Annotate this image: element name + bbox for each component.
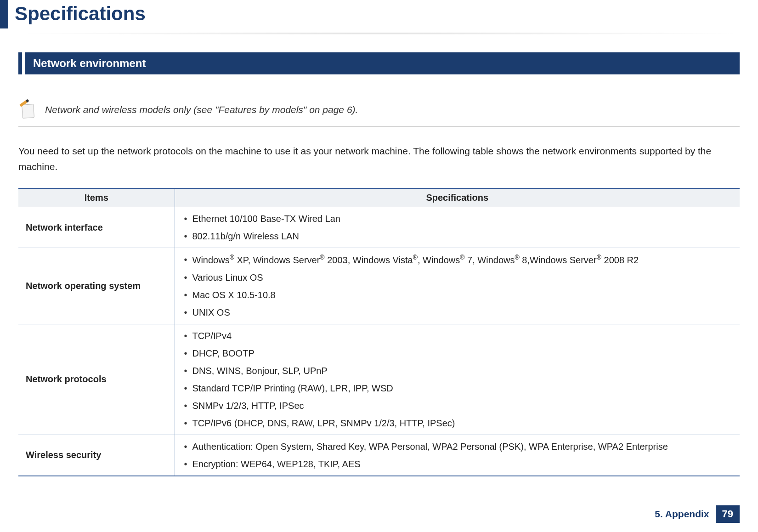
page-header: Specifications (0, 0, 758, 28)
section-header-accent (18, 52, 22, 74)
table-row: Network interfaceEthernet 10/100 Base-TX… (18, 207, 740, 248)
row-spec: Ethernet 10/100 Base-TX Wired Lan802.11b… (175, 207, 740, 248)
intro-paragraph: You need to set up the network protocols… (18, 143, 740, 174)
spec-item: Authentication: Open System, Shared Key,… (180, 438, 735, 455)
row-label: Wireless security (18, 435, 175, 476)
spec-item: TCP/IPv6 (DHCP, DNS, RAW, LPR, SNMPv 1/2… (180, 414, 735, 432)
note-icon (18, 101, 37, 119)
spec-table: Items Specifications Network interfaceEt… (18, 188, 740, 476)
spec-item: 802.11b/g/n Wireless LAN (180, 227, 735, 245)
row-label: Network interface (18, 207, 175, 248)
row-label: Network protocols (18, 324, 175, 435)
row-spec: TCP/IPv4DHCP, BOOTPDNS, WINS, Bonjour, S… (175, 324, 740, 435)
table-row: Network operating systemWindows® XP, Win… (18, 248, 740, 324)
row-label: Network operating system (18, 248, 175, 324)
table-row: Wireless securityAuthentication: Open Sy… (18, 435, 740, 476)
table-header-specs: Specifications (175, 188, 740, 207)
spec-item: TCP/IPv4 (180, 327, 735, 345)
section-title: Network environment (25, 52, 740, 74)
table-header-items: Items (18, 188, 175, 207)
spec-item: DNS, WINS, Bonjour, SLP, UPnP (180, 362, 735, 379)
spec-item: Ethernet 10/100 Base-TX Wired Lan (180, 210, 735, 227)
header-accent-bar (0, 0, 8, 28)
row-spec: Windows® XP, Windows Server® 2003, Windo… (175, 248, 740, 324)
spec-item: Various Linux OS (180, 269, 735, 286)
row-spec: Authentication: Open System, Shared Key,… (175, 435, 740, 476)
table-row: Network protocolsTCP/IPv4DHCP, BOOTPDNS,… (18, 324, 740, 435)
note-box: Network and wireless models only (see "F… (18, 93, 740, 127)
header-shadow (14, 32, 744, 35)
spec-item: SNMPv 1/2/3, HTTP, IPSec (180, 397, 735, 414)
spec-item: UNIX OS (180, 304, 735, 321)
note-text: Network and wireless models only (see "F… (45, 104, 358, 115)
content-area: Network environment Network and wireless… (0, 52, 758, 476)
spec-item: Standard TCP/IP Printing (RAW), LPR, IPP… (180, 379, 735, 397)
footer-page-number: 79 (716, 505, 740, 523)
page-title: Specifications (8, 0, 146, 28)
spec-item: Mac OS X 10.5-10.8 (180, 286, 735, 304)
spec-item: Windows® XP, Windows Server® 2003, Windo… (180, 251, 735, 269)
section-header: Network environment (18, 52, 740, 74)
spec-item: DHCP, BOOTP (180, 345, 735, 362)
spec-item: Encryption: WEP64, WEP128, TKIP, AES (180, 455, 735, 473)
page-footer: 5. Appendix 79 (655, 505, 740, 523)
footer-chapter: 5. Appendix (655, 509, 709, 520)
